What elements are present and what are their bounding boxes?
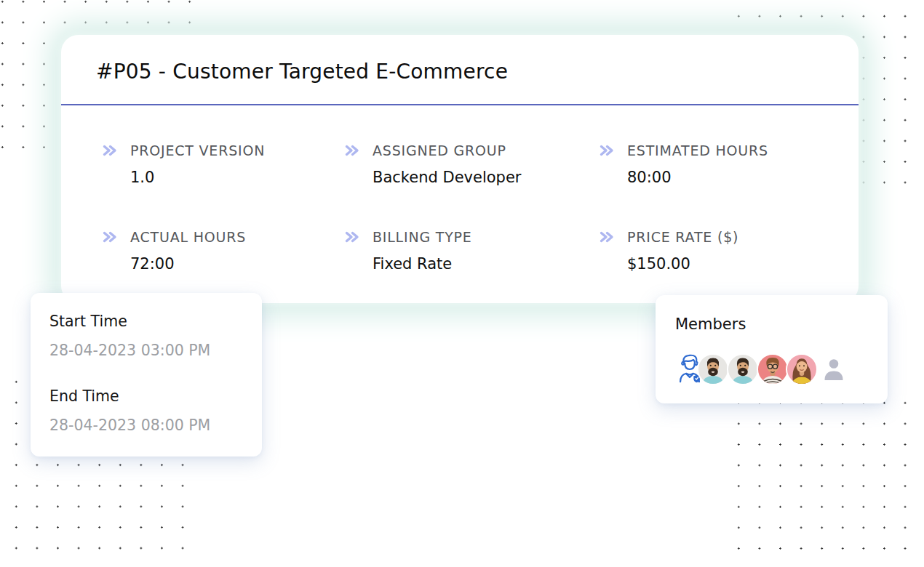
field-value: Fixed Rate	[373, 255, 584, 273]
title-divider	[61, 104, 859, 105]
field-label: PRICE RATE ($)	[627, 229, 738, 245]
project-detail-card: #P05 - Customer Targeted E-Commerce PROJ…	[61, 35, 859, 303]
woman-avatar[interactable]	[786, 353, 818, 385]
field-label: ASSIGNED GROUP	[373, 142, 506, 158]
members-card: Members	[656, 295, 888, 403]
field-label: ACTUAL HOURS	[130, 229, 246, 245]
start-time-value: 28-04-2023 03:00 PM	[49, 342, 210, 359]
dot-pattern-bottom-right	[728, 393, 916, 559]
field-billing-type: BILLING TYPE Fixed Rate	[344, 228, 584, 273]
project-title: #P05 - Customer Targeted E-Commerce	[96, 60, 508, 84]
end-time-label: End Time	[49, 387, 119, 405]
double-chevron-icon	[344, 231, 360, 243]
person-silhouette-icon[interactable]	[822, 357, 845, 382]
field-price-rate: PRICE RATE ($) $150.00	[599, 228, 839, 273]
members-title: Members	[675, 315, 746, 333]
field-value: 80:00	[627, 169, 839, 186]
start-time-label: Start Time	[49, 313, 127, 330]
field-value: Backend Developer	[373, 169, 584, 186]
field-label: PROJECT VERSION	[130, 142, 265, 158]
double-chevron-icon	[102, 231, 118, 243]
double-chevron-icon	[344, 145, 360, 156]
field-label: BILLING TYPE	[373, 229, 472, 245]
bearded-man-avatar[interactable]	[697, 353, 729, 385]
field-project-version: PROJECT VERSION 1.0	[102, 141, 342, 186]
double-chevron-icon	[102, 145, 118, 156]
bearded-man-avatar[interactable]	[727, 353, 759, 385]
page-background: #P05 - Customer Targeted E-Commerce PROJ…	[0, 0, 924, 567]
glasses-man-avatar[interactable]	[757, 353, 789, 385]
field-estimated-hours: ESTIMATED HOURS 80:00	[599, 141, 839, 186]
time-card: Start Time 28-04-2023 03:00 PM End Time …	[31, 293, 262, 457]
field-assigned-group: ASSIGNED GROUP Backend Developer	[344, 141, 584, 186]
field-label: ESTIMATED HOURS	[627, 142, 768, 158]
field-value: 72:00	[130, 255, 342, 273]
field-value: $150.00	[627, 255, 839, 273]
end-time-value: 28-04-2023 08:00 PM	[49, 417, 210, 434]
double-chevron-icon	[599, 231, 615, 243]
field-actual-hours: ACTUAL HOURS 72:00	[102, 228, 342, 273]
double-chevron-icon	[599, 145, 615, 156]
field-value: 1.0	[130, 169, 342, 186]
